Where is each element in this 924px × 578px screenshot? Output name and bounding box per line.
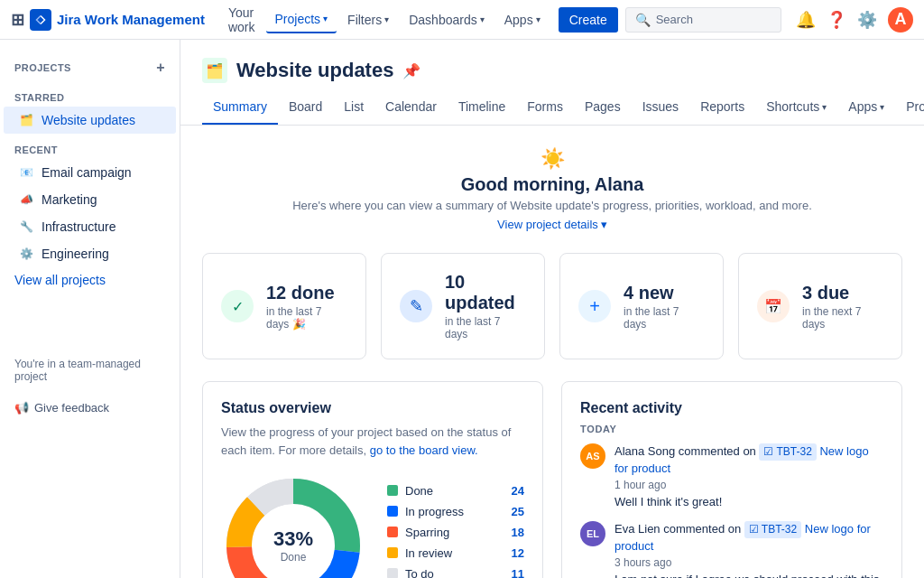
activity-comment-2: I am not sure if I agree we should proce… — [614, 573, 883, 578]
search-box[interactable]: 🔍 Search — [625, 7, 781, 33]
new-icon: + — [578, 290, 611, 322]
chevron-down-icon: ▾ — [601, 218, 607, 231]
megaphone-icon: 📢 — [14, 401, 29, 415]
tab-issues[interactable]: Issues — [632, 90, 689, 125]
tab-pages[interactable]: Pages — [574, 90, 632, 125]
view-all-projects[interactable]: View all projects — [0, 267, 180, 293]
project-header: 🗂️ Website updates 📌 — [180, 40, 924, 83]
bottom-grid: Status overview View the progress of you… — [202, 381, 902, 578]
activity-time-2: 3 hours ago — [614, 556, 883, 569]
greeting-text: Good morning, Alana — [202, 174, 902, 195]
task-badge-2[interactable]: ☑ TBT-32 — [744, 521, 801, 538]
task-badge-1[interactable]: ☑ TBT-32 — [759, 443, 816, 461]
starred-label: STARRED — [0, 81, 180, 107]
sidebar: Projects + STARRED 🗂️ Website updates RE… — [0, 40, 180, 578]
donut-percentage: 33% — [273, 527, 313, 551]
tab-calendar[interactable]: Calendar — [374, 90, 448, 125]
updated-label: in the last 7 days — [445, 315, 526, 340]
chart-legend: Done 24 In progress 25 Sparring — [387, 484, 524, 579]
tab-list[interactable]: List — [333, 90, 374, 125]
nav-filters[interactable]: Filters ▾ — [338, 7, 398, 33]
sun-icon: ☀️ — [202, 147, 902, 171]
legend-in-review: In review 12 — [387, 546, 524, 560]
today-label: TODAY — [580, 424, 883, 434]
nav-links: Your work Projects ▾ Filters ▾ Dashboard… — [219, 0, 618, 40]
top-nav: ⊞ Jira Work Management Your work Project… — [0, 0, 924, 40]
recent-label: RECENT — [0, 134, 180, 159]
create-button[interactable]: Create — [559, 7, 618, 33]
website-updates-icon: 🗂️ — [18, 112, 34, 128]
nav-dashboards[interactable]: Dashboards ▾ — [400, 7, 494, 33]
alana-avatar-1: AS — [580, 443, 605, 469]
updated-number: 10 updated — [445, 272, 526, 313]
tab-reports[interactable]: Reports — [689, 90, 755, 125]
donut-center: 33% Done — [273, 527, 313, 564]
grid-icon[interactable]: ⊞ — [11, 10, 24, 30]
project-title: Website updates — [236, 59, 393, 82]
tab-shortcuts[interactable]: Shortcuts▾ — [755, 90, 837, 125]
legend-in-progress: In progress 25 — [387, 505, 524, 518]
view-project-details-link[interactable]: View project details ▾ — [497, 218, 607, 231]
marketing-icon: 📣 — [18, 191, 34, 208]
tab-bar: Summary Board List Calendar Timeline For… — [180, 90, 924, 126]
sparring-dot — [387, 527, 398, 537]
tab-board[interactable]: Board — [278, 90, 333, 125]
help-icon[interactable]: ❓ — [827, 10, 846, 30]
tab-apps[interactable]: Apps▾ — [837, 90, 895, 125]
avatar[interactable]: A — [888, 7, 913, 33]
activity-body-1: Alana Song commented on ☑ TBT-32 New log… — [614, 443, 883, 508]
recent-activity-title: Recent activity — [580, 400, 883, 416]
sidebar-item-engineering[interactable]: ⚙️ Engineering — [4, 240, 176, 267]
activity-item-1: AS Alana Song commented on ☑ TBT-32 — [580, 443, 883, 508]
infrastructure-icon: 🔧 — [18, 219, 34, 235]
stat-card-due[interactable]: 📅 3 due in the next 7 days — [738, 253, 902, 359]
logo-text: Jira Work Management — [57, 12, 205, 27]
give-feedback-button[interactable]: 📢 Give feedback — [0, 394, 180, 422]
stat-card-new[interactable]: + 4 new in the last 7 days — [559, 253, 724, 359]
legend-done: Done 24 — [387, 484, 524, 498]
sidebar-item-website-updates[interactable]: 🗂️ Website updates — [4, 107, 176, 134]
jira-icon — [30, 9, 51, 31]
team-note: You're in a team-managed project — [0, 347, 180, 394]
eva-avatar: EL — [580, 521, 605, 546]
status-overview-desc: View the progress of your project based … — [221, 424, 524, 459]
board-view-link[interactable]: go to the board view. — [370, 443, 478, 457]
new-number: 4 new — [624, 283, 705, 303]
status-overview-title: Status overview — [221, 400, 524, 416]
tab-project-settings[interactable]: Project settings — [895, 90, 924, 125]
in-progress-dot — [387, 506, 398, 517]
nav-your-work[interactable]: Your work — [219, 0, 264, 40]
done-icon: ✓ — [221, 290, 254, 322]
done-label: in the last 7 days 🎉 — [266, 305, 347, 331]
main-content: 🗂️ Website updates 📌 Summary Board List … — [180, 40, 924, 578]
sidebar-item-marketing[interactable]: 📣 Marketing — [4, 186, 176, 213]
greeting-subtext: Here's where you can view a summary of W… — [202, 199, 902, 212]
stat-new-info: 4 new in the last 7 days — [624, 283, 705, 331]
done-dot — [387, 485, 398, 496]
activity-time-1: 1 hour ago — [614, 479, 883, 491]
nav-projects[interactable]: Projects ▾ — [266, 6, 337, 33]
nav-logo[interactable]: ⊞ Jira Work Management — [11, 9, 205, 31]
tab-timeline[interactable]: Timeline — [448, 90, 516, 125]
email-campaign-icon: 📧 — [18, 164, 34, 181]
pin-icon[interactable]: 📌 — [402, 62, 420, 79]
sidebar-title: Projects + — [0, 54, 180, 81]
sidebar-item-infrastructure[interactable]: 🔧 Infrastructure — [4, 213, 176, 240]
settings-icon[interactable]: ⚙️ — [857, 10, 877, 30]
stat-card-done[interactable]: ✓ 12 done in the last 7 days 🎉 — [202, 253, 366, 359]
stat-done-info: 12 done in the last 7 days 🎉 — [266, 283, 347, 331]
chart-container: 33% Done Done 24 — [221, 473, 524, 578]
stat-card-updated[interactable]: ✎ 10 updated in the last 7 days — [381, 253, 545, 359]
tab-forms[interactable]: Forms — [516, 90, 574, 125]
notifications-icon[interactable]: 🔔 — [796, 10, 816, 30]
add-project-button[interactable]: + — [156, 60, 165, 76]
updated-icon: ✎ — [400, 290, 432, 322]
task-check-icon-2: ☑ — [749, 522, 759, 537]
activity-body-2: Eva Lien commented on ☑ TBT-32 New logo … — [614, 521, 883, 578]
activity-text-1: Alana Song commented on ☑ TBT-32 New log… — [614, 443, 883, 477]
legend-to-do: To do 11 — [387, 567, 524, 579]
nav-apps[interactable]: Apps ▾ — [495, 7, 550, 33]
activity-text-2: Eva Lien commented on ☑ TBT-32 New logo … — [614, 521, 883, 555]
tab-summary[interactable]: Summary — [202, 90, 278, 125]
sidebar-item-email-campaign[interactable]: 📧 Email campaign — [4, 159, 176, 186]
